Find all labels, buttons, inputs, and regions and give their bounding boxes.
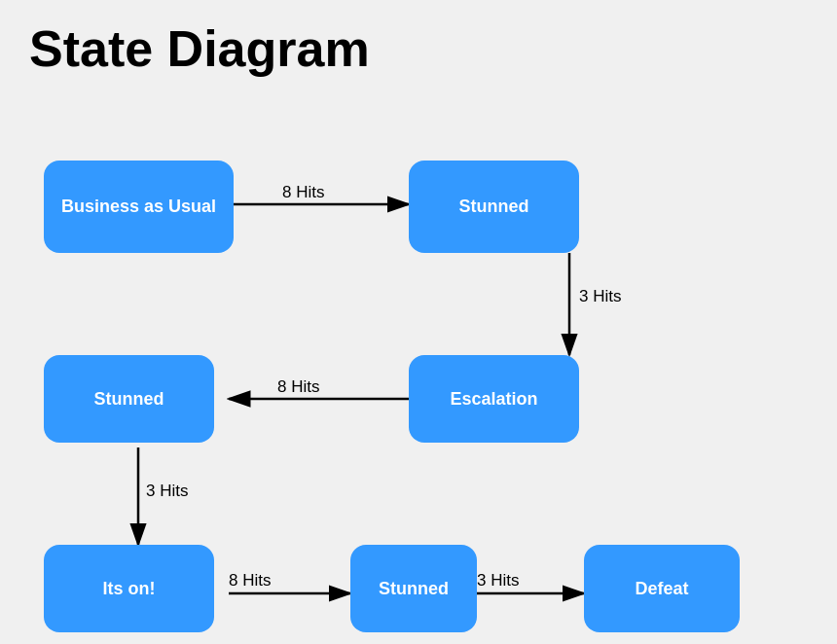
- state-escalation: Escalation: [409, 355, 579, 443]
- state-defeat: Defeat: [584, 545, 740, 632]
- state-business-as-usual: Business as Usual: [44, 161, 234, 253]
- page-title: State Diagram: [29, 19, 808, 78]
- state-stunned-bot: Stunned: [350, 545, 477, 632]
- label-8hits-bot: 8 Hits: [229, 571, 271, 590]
- label-3hits-left: 3 Hits: [146, 482, 188, 501]
- page: State Diagram Stunned (horizontal) --> S…: [0, 0, 837, 644]
- state-stunned-top: Stunned: [409, 161, 579, 253]
- label-8hits-mid: 8 Hits: [277, 377, 319, 397]
- label-8hits-top: 8 Hits: [282, 183, 324, 202]
- label-3hits-bot: 3 Hits: [477, 571, 519, 590]
- state-its-on: Its on!: [44, 545, 214, 632]
- state-stunned-mid: Stunned: [44, 355, 214, 443]
- label-3hits-right: 3 Hits: [579, 287, 621, 306]
- diagram-area: Stunned (horizontal) --> Stunned (horizo…: [29, 97, 808, 642]
